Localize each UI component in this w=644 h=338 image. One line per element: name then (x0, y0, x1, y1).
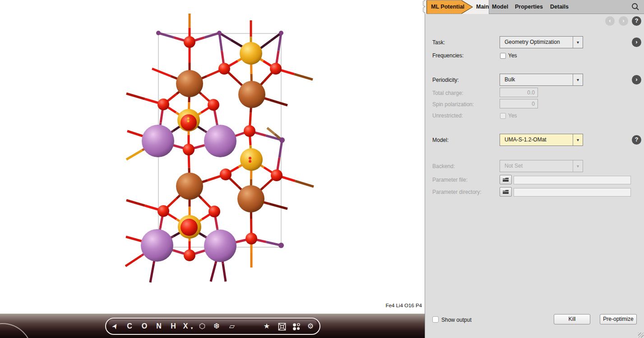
task-dropdown[interactable]: Geometry Optimization ▾ (500, 36, 583, 48)
oxygen-atom[interactable] (270, 63, 282, 75)
bond[interactable] (211, 264, 216, 282)
tab-details[interactable]: Details (550, 4, 569, 10)
phosphorus-atom[interactable] (187, 120, 190, 122)
task-details-button[interactable]: › (632, 38, 641, 47)
bond[interactable] (295, 181, 314, 187)
forward-button[interactable]: › (619, 16, 628, 26)
oxygen-atom[interactable] (218, 63, 230, 75)
spin-polarization-field[interactable]: 0 (500, 99, 538, 108)
oxygen-atom[interactable] (208, 99, 219, 111)
tab-main[interactable]: Main (476, 4, 489, 10)
oxygen-atom[interactable] (158, 205, 169, 217)
bond[interactable] (231, 40, 243, 47)
bond[interactable] (270, 100, 288, 105)
snowflake-tool-icon[interactable]: ❆ (211, 319, 222, 334)
lithium-atom[interactable] (217, 31, 222, 35)
phosphorus-atom[interactable] (187, 117, 190, 120)
application-window: Fe4 Li4 O16 P4 ➤CONHX▾⬡❆▱★⚙ ML Potential… (0, 0, 644, 338)
viewer-toolbar: ➤CONHX▾⬡❆▱★⚙ (105, 318, 320, 335)
frequencies-checkbox[interactable] (500, 53, 506, 59)
phosphorus-atom[interactable] (240, 148, 263, 171)
bond[interactable] (126, 94, 145, 99)
search-icon[interactable] (631, 2, 640, 12)
bond[interactable] (294, 74, 313, 80)
bond[interactable] (126, 237, 142, 241)
oxygen-atom[interactable] (181, 219, 198, 236)
bond[interactable] (150, 264, 154, 282)
lithium-atom[interactable] (278, 243, 284, 248)
iron-atom[interactable] (238, 81, 265, 108)
periodicity-dropdown-arrow-icon[interactable]: ▾ (573, 74, 583, 85)
parameter-file-browse-button[interactable] (500, 175, 512, 184)
bond[interactable] (126, 200, 145, 206)
bond[interactable] (126, 150, 142, 160)
bond[interactable] (223, 264, 226, 282)
oxygen-atom[interactable] (244, 125, 255, 137)
oxygen-atom[interactable] (249, 160, 251, 163)
lithium-atom[interactable] (279, 31, 283, 35)
oxygen-atom[interactable] (181, 114, 197, 131)
tab-model[interactable]: Model (492, 4, 508, 10)
task-dropdown-arrow-icon[interactable]: ▾ (573, 37, 583, 48)
plane-tool-icon[interactable]: ▱ (227, 319, 237, 334)
model-dropdown-arrow-icon[interactable]: ▾ (573, 134, 583, 146)
tab-properties[interactable]: Properties (515, 4, 543, 10)
oxygen-atom[interactable] (158, 99, 169, 110)
pointer-icon[interactable]: ➤ (106, 318, 125, 335)
parameter-directory-field[interactable] (514, 188, 631, 197)
model-help-button[interactable]: ? (632, 135, 641, 145)
backend-label: Backend: (432, 163, 455, 169)
crystal-structure-canvas[interactable] (0, 0, 425, 314)
star-tool-icon[interactable]: ★ (261, 319, 272, 334)
bond[interactable] (125, 256, 141, 266)
parameter-file-field[interactable] (514, 176, 631, 184)
lithium-atom[interactable] (142, 125, 174, 157)
lithium-atom[interactable] (204, 125, 236, 157)
iron-atom[interactable] (176, 173, 203, 200)
bond[interactable] (219, 33, 222, 51)
kill-button[interactable]: Kill (554, 314, 590, 324)
element-n-button[interactable]: N (153, 319, 164, 334)
oxygen-atom[interactable] (183, 144, 195, 155)
molecule-viewer[interactable]: Fe4 Li4 O16 P4 ➤CONHX▾⬡❆▱★⚙ (0, 0, 425, 338)
periodicity-details-button[interactable]: › (632, 75, 641, 84)
phosphorus-atom[interactable] (240, 42, 262, 65)
iron-atom[interactable] (176, 70, 203, 97)
oxygen-atom[interactable] (249, 157, 251, 160)
oxygen-atom[interactable] (271, 169, 283, 181)
element-h-button[interactable]: H (168, 319, 179, 334)
rotation-dial-arc (0, 323, 32, 338)
back-button[interactable]: ‹ (605, 16, 615, 26)
model-dropdown-value: UMA-S-1.2-OMat (505, 134, 547, 146)
molecules-icon[interactable] (291, 319, 302, 334)
bond[interactable] (269, 204, 288, 209)
model-dropdown[interactable]: UMA-S-1.2-OMat ▾ (500, 134, 583, 146)
oxygen-atom[interactable] (184, 249, 195, 261)
element-o-button[interactable]: O (139, 319, 150, 334)
bond[interactable] (152, 69, 171, 76)
lithium-atom[interactable] (279, 137, 285, 143)
bond[interactable] (267, 128, 275, 134)
element-c-button[interactable]: C (124, 319, 135, 334)
cell-box-icon[interactable] (277, 319, 287, 334)
total-charge-field[interactable]: 0.0 (500, 88, 538, 97)
lithium-atom[interactable] (156, 31, 161, 35)
element-x-dropdown-icon[interactable]: ▾ (186, 320, 197, 336)
oxygen-atom[interactable] (184, 36, 195, 48)
periodicity-dropdown[interactable]: Bulk ▾ (500, 74, 583, 86)
oxygen-atom[interactable] (208, 206, 220, 217)
bond[interactable] (260, 41, 271, 48)
resize-grip[interactable] (638, 333, 644, 338)
iron-atom[interactable] (237, 185, 264, 212)
gear-icon[interactable]: ⚙ (305, 319, 316, 334)
lithium-atom[interactable] (204, 230, 236, 262)
oxygen-atom[interactable] (246, 233, 257, 244)
parameter-directory-browse-button[interactable] (500, 187, 512, 197)
help-button[interactable]: ? (632, 16, 641, 26)
preoptimize-button[interactable]: Pre-optimize (600, 314, 637, 324)
ring-tool-icon[interactable]: ⬡ (197, 319, 208, 334)
show-output-checkbox[interactable] (432, 316, 439, 323)
oxygen-atom[interactable] (220, 169, 232, 180)
lithium-atom[interactable] (141, 229, 173, 262)
bond[interactable] (127, 131, 143, 136)
